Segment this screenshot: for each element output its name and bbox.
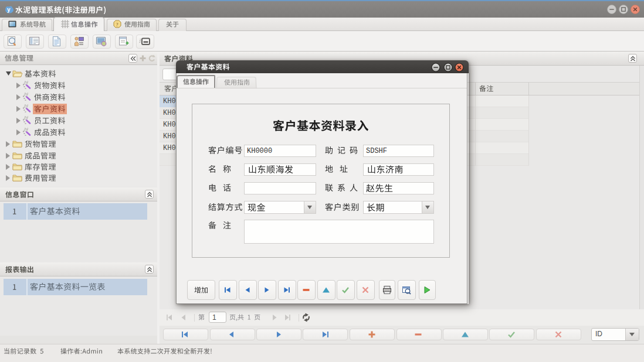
svg-text:y: y xyxy=(7,6,11,13)
svg-text:?: ? xyxy=(116,22,118,28)
